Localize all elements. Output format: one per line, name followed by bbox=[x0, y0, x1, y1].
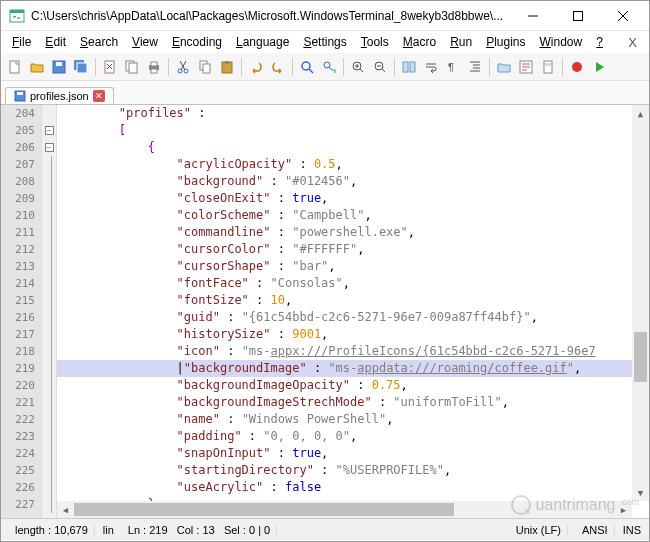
code-line[interactable]: "profiles" : bbox=[57, 105, 649, 122]
menu-encoding[interactable]: Encoding bbox=[165, 33, 229, 51]
code-line[interactable]: "icon" : "ms-appx:///ProfileIcons/{61c54… bbox=[57, 343, 649, 360]
fold-marker[interactable] bbox=[42, 445, 56, 462]
doc-map-icon[interactable] bbox=[538, 57, 558, 77]
copy-icon[interactable] bbox=[195, 57, 215, 77]
save-all-icon[interactable] bbox=[71, 57, 91, 77]
menu-run[interactable]: Run bbox=[443, 33, 479, 51]
zoom-out-icon[interactable] bbox=[370, 57, 390, 77]
menu-edit[interactable]: Edit bbox=[38, 33, 73, 51]
code-line[interactable]: "acrylicOpacity" : 0.5, bbox=[57, 156, 649, 173]
fold-marker[interactable] bbox=[42, 275, 56, 292]
find-icon[interactable] bbox=[297, 57, 317, 77]
new-file-icon[interactable] bbox=[5, 57, 25, 77]
wordwrap-icon[interactable] bbox=[421, 57, 441, 77]
fold-marker[interactable] bbox=[42, 105, 56, 122]
menu-file[interactable]: File bbox=[5, 33, 38, 51]
function-list-icon[interactable] bbox=[516, 57, 536, 77]
code-line[interactable]: |"backgroundImage" : "ms-appdata:///roam… bbox=[57, 360, 649, 377]
code-line[interactable]: "commandline" : "powershell.exe", bbox=[57, 224, 649, 241]
menu-language[interactable]: Language bbox=[229, 33, 296, 51]
menu-help[interactable]: ? bbox=[589, 33, 610, 51]
code-line[interactable]: "guid" : "{61c54bbd-c2c6-5271-96e7-009a8… bbox=[57, 309, 649, 326]
scrollbar-horizontal-thumb[interactable] bbox=[74, 503, 454, 516]
code-line[interactable]: "historySize" : 9001, bbox=[57, 326, 649, 343]
fold-marker[interactable] bbox=[42, 428, 56, 445]
replace-icon[interactable] bbox=[319, 57, 339, 77]
code-line[interactable]: "backgroundImageOpacity" : 0.75, bbox=[57, 377, 649, 394]
fold-marker[interactable] bbox=[42, 479, 56, 496]
menu-plugins[interactable]: Plugins bbox=[479, 33, 532, 51]
fold-marker[interactable] bbox=[42, 360, 56, 377]
close-file-icon[interactable] bbox=[100, 57, 120, 77]
code-line[interactable]: { bbox=[57, 139, 649, 156]
fold-marker[interactable] bbox=[42, 411, 56, 428]
fold-marker[interactable] bbox=[42, 207, 56, 224]
record-macro-icon[interactable] bbox=[567, 57, 587, 77]
maximize-button[interactable] bbox=[555, 2, 600, 30]
titlebar[interactable]: C:\Users\chris\AppData\Local\Packages\Mi… bbox=[1, 1, 649, 31]
scroll-up-icon[interactable]: ▲ bbox=[632, 105, 649, 122]
fold-marker[interactable] bbox=[42, 496, 56, 513]
code-line[interactable]: "useAcrylic" : false bbox=[57, 479, 649, 496]
code-area[interactable]: "profiles" : [ { "acrylicOpacity" : 0.5,… bbox=[57, 105, 649, 518]
print-icon[interactable] bbox=[144, 57, 164, 77]
cut-icon[interactable] bbox=[173, 57, 193, 77]
undo-icon[interactable] bbox=[246, 57, 266, 77]
menu-tools[interactable]: Tools bbox=[354, 33, 396, 51]
code-line[interactable]: "fontFace" : "Consolas", bbox=[57, 275, 649, 292]
show-all-chars-icon[interactable]: ¶ bbox=[443, 57, 463, 77]
code-line[interactable]: "name" : "Windows PowerShell", bbox=[57, 411, 649, 428]
menu-macro[interactable]: Macro bbox=[396, 33, 443, 51]
folder-icon[interactable] bbox=[494, 57, 514, 77]
open-file-icon[interactable] bbox=[27, 57, 47, 77]
code-line[interactable]: "background" : "#012456", bbox=[57, 173, 649, 190]
fold-gutter[interactable]: −− bbox=[41, 105, 57, 518]
code-line[interactable]: "cursorColor" : "#FFFFFF", bbox=[57, 241, 649, 258]
code-line[interactable]: "backgroundImageStrechMode" : "uniformTo… bbox=[57, 394, 649, 411]
indent-guide-icon[interactable] bbox=[465, 57, 485, 77]
scrollbar-vertical-thumb[interactable] bbox=[634, 332, 647, 382]
fold-marker[interactable] bbox=[42, 292, 56, 309]
play-macro-icon[interactable] bbox=[589, 57, 609, 77]
tab-close-icon[interactable]: ✕ bbox=[93, 90, 105, 102]
code-line[interactable]: "cursorShape" : "bar", bbox=[57, 258, 649, 275]
scrollbar-vertical[interactable]: ▲ ▼ bbox=[632, 105, 649, 501]
fold-marker[interactable] bbox=[42, 462, 56, 479]
menu-search[interactable]: Search bbox=[73, 33, 125, 51]
menubar-close-icon[interactable]: X bbox=[620, 33, 645, 52]
sync-scroll-icon[interactable] bbox=[399, 57, 419, 77]
fold-marker[interactable] bbox=[42, 190, 56, 207]
fold-marker[interactable] bbox=[42, 156, 56, 173]
code-line[interactable]: "closeOnExit" : true, bbox=[57, 190, 649, 207]
fold-marker[interactable] bbox=[42, 343, 56, 360]
fold-marker[interactable]: − bbox=[42, 122, 56, 139]
paste-icon[interactable] bbox=[217, 57, 237, 77]
fold-marker[interactable] bbox=[42, 394, 56, 411]
code-line[interactable]: [ bbox=[57, 122, 649, 139]
scroll-left-icon[interactable]: ◀ bbox=[57, 501, 74, 518]
fold-marker[interactable] bbox=[42, 309, 56, 326]
redo-icon[interactable] bbox=[268, 57, 288, 77]
code-line[interactable]: "colorScheme" : "Campbell", bbox=[57, 207, 649, 224]
code-line[interactable]: "fontSize" : 10, bbox=[57, 292, 649, 309]
scroll-down-icon[interactable]: ▼ bbox=[632, 484, 649, 501]
menu-settings[interactable]: Settings bbox=[296, 33, 353, 51]
close-all-icon[interactable] bbox=[122, 57, 142, 77]
close-window-button[interactable] bbox=[600, 2, 645, 30]
fold-marker[interactable] bbox=[42, 258, 56, 275]
minimize-button[interactable] bbox=[510, 2, 555, 30]
menu-window[interactable]: Window bbox=[533, 33, 590, 51]
scrollbar-horizontal[interactable]: ◀ ▶ bbox=[57, 501, 632, 518]
fold-marker[interactable] bbox=[42, 377, 56, 394]
code-line[interactable]: "padding" : "0, 0, 0, 0", bbox=[57, 428, 649, 445]
tab-profiles-json[interactable]: profiles.json ✕ bbox=[5, 87, 114, 104]
zoom-in-icon[interactable] bbox=[348, 57, 368, 77]
code-line[interactable]: "snapOnInput" : true, bbox=[57, 445, 649, 462]
fold-marker[interactable] bbox=[42, 173, 56, 190]
editor[interactable]: 2042052062072082092102112122132142152162… bbox=[1, 105, 649, 518]
fold-marker[interactable] bbox=[42, 241, 56, 258]
fold-marker[interactable] bbox=[42, 224, 56, 241]
fold-marker[interactable] bbox=[42, 326, 56, 343]
save-icon[interactable] bbox=[49, 57, 69, 77]
scroll-right-icon[interactable]: ▶ bbox=[615, 501, 632, 518]
